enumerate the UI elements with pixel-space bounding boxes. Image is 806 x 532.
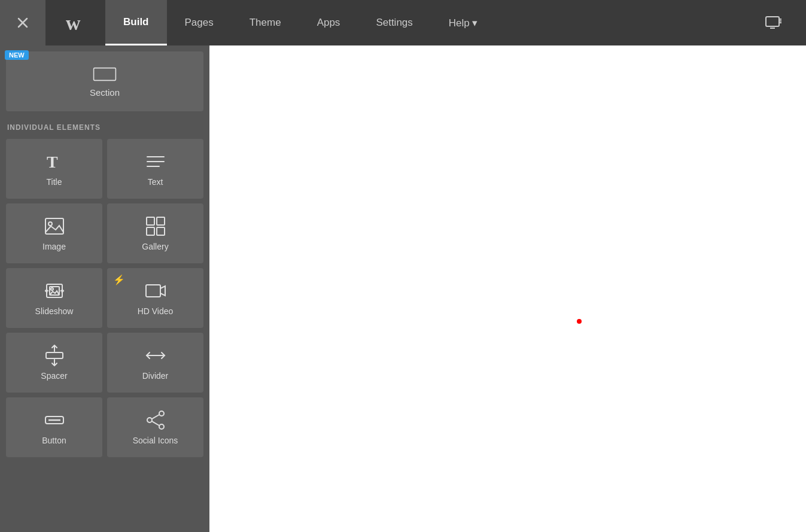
svg-rect-19 — [157, 227, 165, 235]
top-nav: w Build Pages Theme Apps Settings Help ▾ — [0, 0, 806, 45]
tab-theme[interactable]: Theme — [232, 0, 299, 45]
svg-rect-18 — [147, 227, 154, 235]
svg-point-32 — [159, 424, 164, 429]
element-slideshow[interactable]: Slideshow — [6, 268, 102, 328]
svg-line-33 — [152, 415, 159, 419]
new-section-wrapper: NEW Section — [6, 51, 203, 111]
new-badge: NEW — [5, 50, 29, 60]
svg-rect-17 — [157, 217, 165, 225]
tab-pages[interactable]: Pages — [167, 0, 232, 45]
tab-apps[interactable]: Apps — [299, 0, 358, 45]
red-dot-indicator — [577, 319, 582, 324]
elements-grid: T Title Text Image — [6, 139, 203, 457]
tab-help[interactable]: Help ▾ — [431, 0, 496, 45]
svg-rect-24 — [46, 352, 63, 358]
section-card[interactable]: Section — [6, 51, 203, 111]
svg-point-30 — [159, 411, 164, 416]
element-title[interactable]: T Title — [6, 139, 102, 199]
svg-text:T: T — [47, 153, 58, 171]
svg-text:w: w — [66, 12, 81, 34]
svg-rect-23 — [146, 285, 160, 297]
tab-build[interactable]: Build — [105, 0, 167, 45]
element-spacer[interactable]: Spacer — [6, 333, 102, 393]
element-image[interactable]: Image — [6, 203, 102, 263]
svg-line-34 — [152, 421, 159, 425]
svg-point-15 — [48, 222, 52, 226]
device-selector[interactable] — [753, 0, 794, 45]
element-divider[interactable]: Divider — [107, 333, 203, 393]
nav-right — [753, 0, 806, 45]
sidebar: NEW Section INDIVIDUAL ELEMENTS T Title — [0, 45, 209, 532]
svg-point-31 — [147, 418, 152, 422]
canvas-area[interactable] — [209, 45, 806, 532]
lightning-icon: ⚡ — [113, 274, 125, 285]
close-button[interactable] — [0, 0, 45, 45]
main-content: NEW Section INDIVIDUAL ELEMENTS T Title — [0, 45, 806, 532]
svg-rect-16 — [147, 217, 154, 225]
svg-rect-9 — [94, 68, 116, 80]
element-social-icons[interactable]: Social Icons — [107, 397, 203, 457]
element-button[interactable]: Button — [6, 397, 102, 457]
svg-point-22 — [51, 288, 53, 290]
tab-settings[interactable]: Settings — [358, 0, 430, 45]
svg-rect-3 — [766, 17, 779, 26]
elements-header: INDIVIDUAL ELEMENTS — [6, 123, 203, 132]
svg-rect-14 — [45, 218, 63, 234]
element-text[interactable]: Text — [107, 139, 203, 199]
nav-tabs: Build Pages Theme Apps Settings Help ▾ — [105, 0, 753, 45]
element-gallery[interactable]: Gallery — [107, 203, 203, 263]
logo: w — [45, 0, 105, 45]
element-hd-video[interactable]: ⚡ HD Video — [107, 268, 203, 328]
